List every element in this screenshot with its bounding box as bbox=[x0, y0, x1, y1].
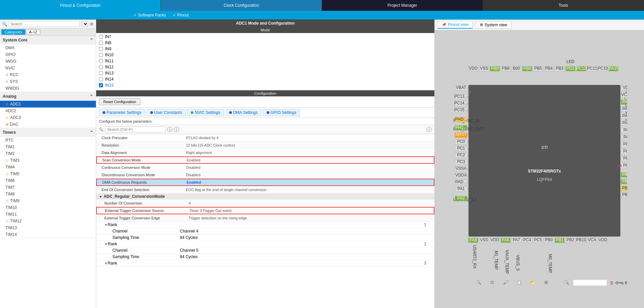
svg-text:PH1...: PH1... bbox=[455, 125, 466, 130]
tab-user-constants[interactable]: User Constants bbox=[146, 109, 186, 116]
checkbox-in13[interactable] bbox=[99, 71, 103, 75]
section-system-core-header[interactable]: System Core ⌃ bbox=[0, 36, 96, 44]
sidebar: 🔍 ⚙ Categories A->Z System Core ⌃ DMA GP… bbox=[0, 20, 96, 308]
m1-temp-label: M1_TEMP bbox=[494, 251, 499, 270]
nav-project[interactable]: Project Manager bbox=[322, 0, 483, 11]
sidebar-item-tim11[interactable]: TIM11 bbox=[0, 211, 96, 218]
info-icon-1[interactable]: i bbox=[167, 127, 172, 132]
rank2-channel: Channel Channel 5 bbox=[96, 247, 434, 254]
checkbox-in7[interactable] bbox=[99, 35, 103, 39]
svg-text:PHD...: PHD... bbox=[455, 117, 467, 122]
svg-text:中•⊕🎙: 中•⊕🎙 bbox=[615, 281, 627, 285]
svg-text:PA1: PA1 bbox=[457, 186, 465, 191]
sidebar-search-select[interactable] bbox=[81, 22, 88, 27]
sidebar-item-tim8[interactable]: TIM8 bbox=[0, 191, 96, 197]
right-panel-header: 📌 Pinout view ⊞ System view bbox=[435, 20, 644, 30]
sidebar-item-tim1[interactable]: TIM1 bbox=[0, 144, 96, 150]
center-panel: ADC1 Mode and Configuration Mode IN7 IN8… bbox=[96, 20, 435, 308]
sidebar-item-tim9[interactable]: ⚠TIM9 bbox=[0, 197, 96, 204]
sub-nav-software-packs[interactable]: ✓ Software Packs bbox=[133, 13, 166, 18]
sidebar-item-rcc[interactable]: ✓RCC bbox=[0, 71, 96, 78]
sidebar-item-tim5[interactable]: ⚠TIM5 bbox=[0, 171, 96, 177]
section-analog-header[interactable]: Analog ⌃ bbox=[0, 92, 96, 101]
svg-text:VSSA: VSSA bbox=[456, 166, 466, 171]
sub-nav-pinout[interactable]: ✓ Pinout bbox=[173, 13, 189, 18]
sidebar-item-adc1[interactable]: ⚠ADC1 bbox=[0, 101, 96, 107]
sidebar-item-sys[interactable]: ✓SYS bbox=[0, 78, 96, 85]
svg-rect-168 bbox=[573, 280, 607, 286]
checkbox-in10[interactable] bbox=[99, 53, 103, 57]
tab-nvic-settings[interactable]: NVIC Settings bbox=[187, 109, 224, 116]
settings-icon[interactable]: ⚙ bbox=[90, 22, 94, 27]
info-icon-3[interactable]: i bbox=[426, 127, 432, 132]
tab-categories[interactable]: Categories bbox=[1, 29, 25, 35]
sidebar-item-tim3[interactable]: ⚠TIM3 bbox=[0, 157, 96, 164]
svg-text:PB0: PB0 bbox=[545, 238, 553, 242]
m0-temp-label: M0_TEMP bbox=[548, 254, 553, 273]
checkbox-in14[interactable] bbox=[99, 77, 103, 81]
bottom-toolbar-icons[interactable]: 🔍 ⊡ 🔎 📋 📂 ⊞ 🔍 S 中•⊕🎙 bbox=[476, 280, 627, 286]
chip-svg: SYS_JTCK-SWCLK VDD VSS PB9 PB8 bbox=[452, 48, 627, 290]
sidebar-item-tim14[interactable]: TIM14 bbox=[0, 231, 96, 238]
config-search-input[interactable] bbox=[105, 126, 166, 132]
sidebar-item-wwdg[interactable]: WWDG bbox=[0, 85, 96, 92]
sidebar-header: 🔍 ⚙ bbox=[0, 20, 96, 29]
sidebar-item-dma[interactable]: DMA bbox=[0, 44, 96, 51]
checkbox-in11[interactable] bbox=[99, 59, 103, 63]
nav-pinout[interactable]: Pinout & Configuration bbox=[0, 0, 161, 11]
svg-text:PC0: PC0 bbox=[457, 139, 465, 144]
tab-system-view[interactable]: ⊞ System view bbox=[476, 21, 511, 29]
timers-collapse-icon: ⌃ bbox=[90, 130, 93, 135]
sidebar-item-rtc[interactable]: RTC bbox=[0, 137, 96, 144]
svg-text:🔍: 🔍 bbox=[564, 280, 569, 285]
svg-text:S: S bbox=[610, 281, 613, 285]
tab-parameter-settings[interactable]: Parameter Settings bbox=[99, 109, 145, 116]
dot-gpio bbox=[267, 111, 269, 114]
row-scan-conversion: Scan Conversion Mode Enabled bbox=[96, 156, 434, 164]
nav-tools[interactable]: Tools bbox=[483, 0, 644, 11]
sidebar-item-tim2[interactable]: TIM2 bbox=[0, 150, 96, 157]
usart2-rx-label: USART2_RX bbox=[472, 245, 477, 269]
tab-dma-settings[interactable]: DMA Settings bbox=[225, 109, 262, 116]
sidebar-item-tim10[interactable]: TIM10 bbox=[0, 204, 96, 211]
reset-config-button[interactable]: Reset Configuration bbox=[99, 98, 140, 105]
sidebar-item-tim13[interactable]: TIM13 bbox=[0, 224, 96, 231]
checkbox-in9[interactable] bbox=[99, 47, 103, 51]
dot-user bbox=[150, 111, 153, 114]
svg-text:PB15: PB15 bbox=[622, 172, 627, 177]
tab-gpio-settings[interactable]: GPIO Settings bbox=[263, 109, 300, 116]
section-timers-header[interactable]: Timers ⌃ bbox=[0, 128, 96, 137]
chip-logo: STI bbox=[541, 145, 548, 150]
sidebar-item-tim4[interactable]: TIM4 bbox=[0, 164, 96, 171]
svg-text:🔎: 🔎 bbox=[503, 280, 508, 285]
sidebar-item-tim12[interactable]: ⚠TIM12 bbox=[0, 218, 96, 224]
sidebar-item-iwdg[interactable]: IWDG bbox=[0, 58, 96, 65]
mode-list: IN7 IN8 IN9 IN10 IN11 IN12 IN13 bbox=[96, 33, 434, 89]
svg-text:PA10: PA10 bbox=[622, 121, 627, 125]
led-label: LED bbox=[566, 59, 574, 64]
sidebar-item-dac[interactable]: ⊘DAC bbox=[0, 121, 96, 128]
checkbox-in15[interactable] bbox=[99, 83, 103, 87]
sidebar-search-input[interactable] bbox=[9, 21, 80, 27]
row-clock-prescaler: Clock Prescaler PCLK2 divided by 4 bbox=[96, 134, 434, 142]
info-icon-2[interactable]: i bbox=[174, 127, 179, 132]
sidebar-item-adc2[interactable]: ADC2 bbox=[0, 107, 96, 114]
right-pins: VDD VCA... PA13 SYS_JTMS-SWDIO PA12 bbox=[620, 85, 627, 197]
sidebar-item-adc3[interactable]: ⚠ADC3 bbox=[0, 114, 96, 121]
chip-body bbox=[468, 85, 620, 237]
checkbox-in8[interactable] bbox=[99, 41, 103, 45]
sidebar-item-tim6[interactable]: TIM6 bbox=[0, 177, 96, 184]
svg-text:PC7: PC7 bbox=[623, 156, 627, 161]
nav-clock[interactable]: Clock Configuration bbox=[161, 0, 322, 11]
svg-text:⊞: ⊞ bbox=[544, 280, 548, 285]
row-num-conversion: Number Of Conversion 4 bbox=[96, 199, 434, 207]
tab-atoz[interactable]: A->Z bbox=[26, 29, 40, 35]
svg-text:PB10: PB10 bbox=[576, 238, 586, 242]
sidebar-item-nvic[interactable]: NVIC bbox=[0, 65, 96, 71]
sidebar-item-gpio[interactable]: GPIO bbox=[0, 51, 96, 58]
tab-pinout-view[interactable]: 📌 Pinout view bbox=[437, 21, 473, 29]
svg-text:FA8: FA8 bbox=[469, 238, 477, 242]
sidebar-item-tim7[interactable]: TIM7 bbox=[0, 184, 96, 191]
config-describe: Configure the below parameters : bbox=[96, 118, 434, 125]
checkbox-in12[interactable] bbox=[99, 65, 103, 69]
